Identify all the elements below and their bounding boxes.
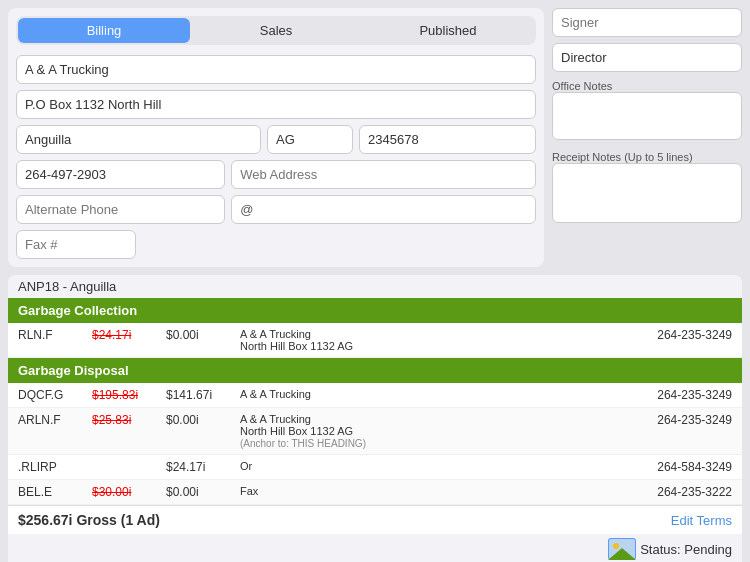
row-info: Fax (240, 485, 618, 497)
edit-terms-link[interactable]: Edit Terms (671, 513, 732, 528)
row-price: $0.00i (166, 485, 236, 499)
at-symbol: @ (240, 202, 253, 217)
bottom-section: ANP18 - Anguilla Garbage Collection RLN.… (8, 275, 742, 562)
row-code: DQCF.G (18, 388, 88, 402)
receipt-notes-field[interactable] (552, 163, 742, 223)
tab-bar: Billing Sales Published (16, 16, 536, 45)
receipt-notes-label: Receipt Notes (Up to 5 lines) (552, 151, 742, 163)
gross-text: $256.67i Gross (1 Ad) (18, 512, 160, 528)
city-field[interactable] (16, 125, 261, 154)
fax-field[interactable] (16, 230, 136, 259)
left-panel: Billing Sales Published @ (8, 8, 544, 267)
row-code: ARLN.F (18, 413, 88, 427)
row-orig-price: $195.83i (92, 388, 162, 402)
status-text: Status: Pending (640, 542, 732, 557)
row-phone: 264-235-3249 (622, 388, 732, 402)
row-price: $0.00i (166, 328, 236, 342)
top-section: Billing Sales Published @ (0, 0, 750, 275)
city-state-zip-row (16, 125, 536, 154)
director-field[interactable] (552, 43, 742, 72)
tab-sales[interactable]: Sales (190, 18, 362, 43)
group-header-disposal: Garbage Disposal (8, 358, 742, 383)
row-orig-price: $30.00i (92, 485, 162, 499)
table-row: ARLN.F $25.83i $0.00i A & A Trucking Nor… (8, 408, 742, 455)
right-panel: Office Notes Receipt Notes (Up to 5 line… (552, 8, 742, 267)
receipt-notes-section: Receipt Notes (Up to 5 lines) (552, 149, 742, 226)
fax-row (16, 230, 536, 259)
row-phone: 264-235-3249 (622, 413, 732, 427)
row-price: $24.17i (166, 460, 236, 474)
signer-field[interactable] (552, 8, 742, 37)
row-info: A & A Trucking (240, 388, 618, 400)
alt-phone-field[interactable] (16, 195, 225, 224)
phone-web-row (16, 160, 536, 189)
row-info: Or (240, 460, 618, 472)
group-header-collection: Garbage Collection (8, 298, 742, 323)
table-row: .RLIRP $24.17i Or 264-584-3249 (8, 455, 742, 480)
row-price: $141.67i (166, 388, 236, 402)
row-price: $0.00i (166, 413, 236, 427)
table-row: RLN.F $24.17i $0.00i A & A Trucking Nort… (8, 323, 742, 358)
table-row: DQCF.G $195.83i $141.67i A & A Trucking … (8, 383, 742, 408)
row-phone: 264-235-3249 (622, 328, 732, 342)
address-field[interactable] (16, 90, 536, 119)
web-field[interactable] (231, 160, 536, 189)
table-row: BEL.E $30.00i $0.00i Fax 264-235-3222 (8, 480, 742, 505)
row-info: A & A Trucking North Hill Box 1132 AG (A… (240, 413, 618, 449)
tab-billing[interactable]: Billing (18, 18, 190, 43)
office-notes-label: Office Notes (552, 80, 742, 92)
svg-point-3 (613, 543, 619, 549)
row-phone: 264-584-3249 (622, 460, 732, 474)
office-notes-section: Office Notes (552, 78, 742, 143)
row-orig-price: $24.17i (92, 328, 162, 342)
row-code: .RLIRP (18, 460, 88, 474)
row-code: RLN.F (18, 328, 88, 342)
row-code: BEL.E (18, 485, 88, 499)
status-badge: Status: Pending (608, 538, 732, 560)
state-field[interactable] (267, 125, 353, 154)
status-bar: Status: Pending (8, 534, 742, 562)
row-info: A & A Trucking North Hill Box 1132 AG (240, 328, 618, 352)
section-header: ANP18 - Anguilla (8, 275, 742, 298)
phone-field[interactable] (16, 160, 225, 189)
at-field[interactable]: @ (231, 195, 536, 224)
company-field[interactable] (16, 55, 536, 84)
row-phone: 264-235-3222 (622, 485, 732, 499)
office-notes-field[interactable] (552, 92, 742, 140)
alt-phone-at-row: @ (16, 195, 536, 224)
tab-published[interactable]: Published (362, 18, 534, 43)
status-icon (608, 538, 636, 560)
zip-field[interactable] (359, 125, 536, 154)
footer-bar: $256.67i Gross (1 Ad) Edit Terms (8, 505, 742, 534)
row-orig-price: $25.83i (92, 413, 162, 427)
